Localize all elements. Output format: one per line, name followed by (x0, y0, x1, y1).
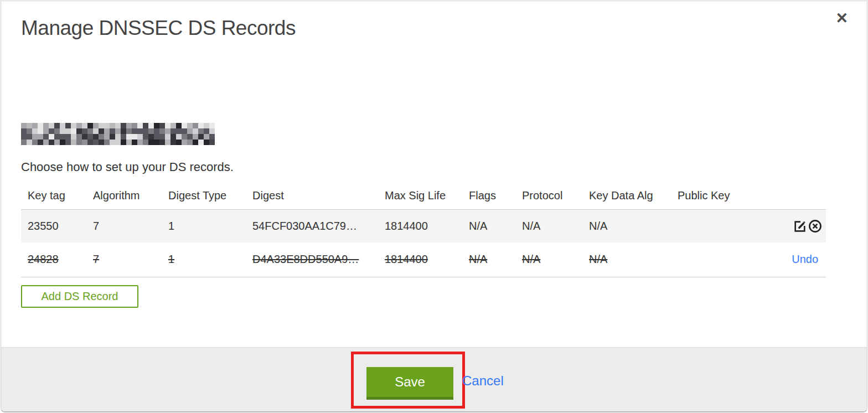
table-row: 23550 7 1 54FCF030AA1C79… 1814400 N/A N/… (21, 209, 826, 242)
cell-digest-type: 1 (162, 209, 246, 242)
cell-digest: D4A33E8DD550A9… (246, 242, 378, 277)
undo-link[interactable]: Undo (792, 253, 823, 265)
col-header-max-sig-life: Max Sig Life (378, 183, 462, 209)
cell-flags: N/A (462, 242, 515, 277)
cell-flags: N/A (462, 209, 515, 242)
col-header-public-key: Public Key (671, 183, 771, 209)
cell-algorithm: 7 (86, 242, 162, 277)
cell-max-sig-life: 1814400 (378, 242, 462, 277)
redacted-domain-name (21, 123, 215, 145)
cell-digest: 54FCF030AA1C79… (246, 209, 378, 242)
cell-key-data-alg: N/A (582, 242, 671, 277)
cell-algorithm: 7 (86, 209, 162, 242)
instruction-text: Choose how to set up your DS records. (21, 160, 234, 174)
col-header-protocol: Protocol (515, 183, 582, 209)
cell-public-key (671, 242, 771, 277)
cell-digest-type: 1 (162, 242, 246, 277)
col-header-actions (771, 183, 826, 209)
ds-records-table: Key tag Algorithm Digest Type Digest Max… (21, 183, 826, 277)
col-header-key-data-alg: Key Data Alg (582, 183, 671, 209)
cell-key-tag: 23550 (21, 209, 86, 242)
table-row-deleted: 24828 7 1 D4A33E8DD550A9… 1814400 N/A N/… (21, 242, 826, 277)
dnssec-modal: Manage DNSSEC DS Records ✕ Choose how to… (1, 1, 867, 412)
close-icon[interactable]: ✕ (835, 11, 848, 26)
save-button[interactable]: Save (366, 367, 453, 400)
col-header-flags: Flags (462, 183, 515, 209)
cell-max-sig-life: 1814400 (378, 209, 462, 242)
cell-key-tag: 24828 (21, 242, 86, 277)
cell-protocol: N/A (515, 242, 582, 277)
cell-protocol: N/A (515, 209, 582, 242)
col-header-algorithm: Algorithm (86, 183, 162, 209)
edit-record-icon[interactable] (793, 219, 808, 234)
cell-key-data-alg: N/A (582, 209, 671, 242)
add-ds-record-button[interactable]: Add DS Record (21, 285, 138, 308)
col-header-digest: Digest (246, 183, 378, 209)
delete-record-icon[interactable] (808, 219, 823, 234)
table-header-row: Key tag Algorithm Digest Type Digest Max… (21, 183, 826, 209)
col-header-digest-type: Digest Type (162, 183, 246, 209)
modal-footer: Save Cancel (1, 347, 867, 411)
col-header-key-tag: Key tag (21, 183, 86, 209)
cancel-link[interactable]: Cancel (462, 373, 504, 389)
row-actions (771, 209, 826, 242)
row-actions: Undo (771, 242, 826, 277)
cell-public-key (671, 209, 771, 242)
annotation-highlight-rect: Save (351, 352, 465, 409)
page-title: Manage DNSSEC DS Records (21, 17, 296, 40)
